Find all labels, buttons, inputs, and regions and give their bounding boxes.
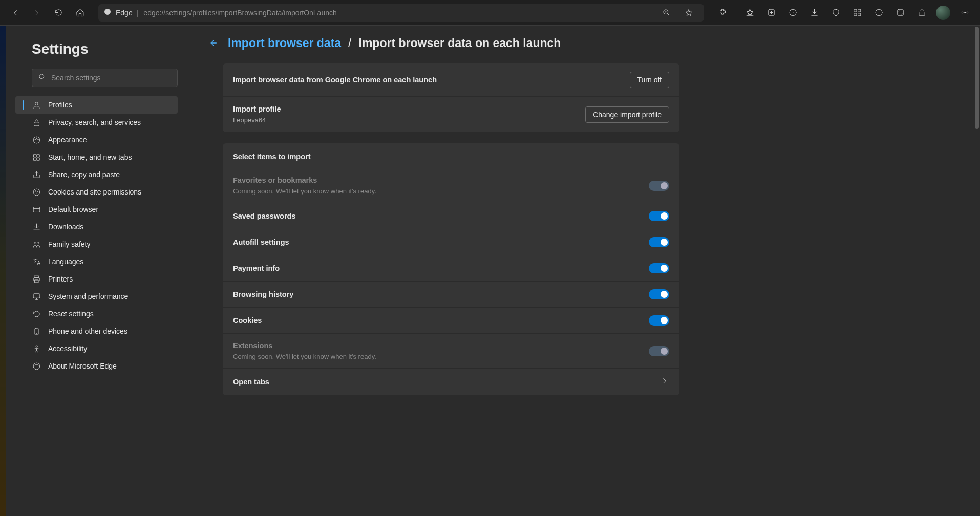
cookie-icon bbox=[32, 187, 41, 197]
breadcrumb: Import browser data / Import browser dat… bbox=[204, 35, 965, 51]
sidebar-item-label: Reset settings bbox=[48, 310, 94, 318]
sidebar-item-phone-and-other-devices[interactable]: Phone and other devices bbox=[15, 322, 178, 340]
menu-dots-icon[interactable] bbox=[954, 4, 975, 22]
performance-icon[interactable] bbox=[868, 4, 889, 22]
import-item-row: Favorites or bookmarksComing soon. We'll… bbox=[223, 168, 679, 203]
palette-icon bbox=[32, 135, 41, 144]
svg-rect-23 bbox=[37, 158, 39, 160]
sidebar-item-cookies-and-site-permissions[interactable]: Cookies and site permissions bbox=[15, 183, 178, 201]
import-item-row: Autofill settings bbox=[223, 229, 679, 255]
toggle-switch[interactable] bbox=[649, 211, 669, 221]
svg-rect-33 bbox=[34, 280, 38, 282]
favorite-star-icon[interactable] bbox=[678, 4, 699, 22]
apps-icon[interactable] bbox=[847, 4, 867, 22]
zoom-icon[interactable] bbox=[656, 4, 676, 22]
profile-avatar[interactable] bbox=[936, 6, 950, 20]
import-item-label: Autofill settings bbox=[233, 238, 289, 246]
settings-search-input[interactable] bbox=[51, 74, 171, 82]
sidebar-item-appearance[interactable]: Appearance bbox=[15, 131, 178, 148]
sidebar-item-profiles[interactable]: Profiles bbox=[15, 96, 178, 114]
import-item-label: Extensions bbox=[233, 341, 376, 350]
svg-point-0 bbox=[104, 9, 111, 15]
toggle-switch-disabled bbox=[649, 346, 669, 356]
sidebar-item-system-and-performance[interactable]: System and performance bbox=[15, 288, 178, 305]
import-item-label: Payment info bbox=[233, 264, 280, 272]
breadcrumb-back-button[interactable] bbox=[204, 35, 221, 51]
reload-button[interactable] bbox=[48, 4, 69, 22]
reset-icon bbox=[32, 309, 41, 318]
svg-rect-5 bbox=[858, 9, 860, 12]
select-items-header: Select items to import bbox=[223, 143, 679, 168]
sidebar-item-about-microsoft-edge[interactable]: About Microsoft Edge bbox=[15, 357, 178, 375]
sidebar-item-label: Printers bbox=[48, 275, 73, 283]
web-capture-icon[interactable] bbox=[890, 4, 910, 22]
sidebar-item-label: Phone and other devices bbox=[48, 327, 127, 335]
chevron-right-icon[interactable] bbox=[660, 376, 669, 388]
sidebar-item-label: Appearance bbox=[48, 136, 87, 144]
toggle-switch[interactable] bbox=[649, 289, 669, 299]
sidebar-item-family-safety[interactable]: Family safety bbox=[15, 235, 178, 253]
favorites-icon[interactable] bbox=[739, 4, 760, 22]
import-item-label: Favorites or bookmarks bbox=[233, 176, 376, 184]
history-icon[interactable] bbox=[782, 4, 803, 22]
scrollbar[interactable] bbox=[975, 27, 979, 129]
settings-search[interactable] bbox=[32, 69, 178, 87]
svg-rect-20 bbox=[33, 154, 36, 157]
breadcrumb-current: Import browser data on each launch bbox=[359, 36, 561, 50]
toggle-switch[interactable] bbox=[649, 315, 669, 326]
sidebar-item-downloads[interactable]: Downloads bbox=[15, 218, 178, 235]
svg-point-10 bbox=[962, 12, 963, 13]
import-item-sub: Coming soon. We'll let you know when it'… bbox=[233, 187, 376, 195]
svg-rect-4 bbox=[854, 9, 857, 12]
svg-point-26 bbox=[37, 191, 37, 192]
svg-point-36 bbox=[36, 346, 37, 347]
browser-toolbar: Edge | edge://settings/profiles/importBr… bbox=[0, 0, 980, 26]
sidebar-item-accessibility[interactable]: Accessibility bbox=[15, 340, 178, 357]
user-icon bbox=[32, 100, 41, 110]
site-label: Edge bbox=[116, 9, 133, 17]
sidebar-item-share-copy-and-paste[interactable]: Share, copy and paste bbox=[15, 166, 178, 183]
svg-point-24 bbox=[33, 189, 40, 196]
system-icon bbox=[32, 292, 41, 301]
phone-icon bbox=[32, 327, 41, 336]
printer-icon bbox=[32, 274, 41, 284]
sidebar-item-reset-settings[interactable]: Reset settings bbox=[15, 305, 178, 322]
home-button[interactable] bbox=[70, 4, 90, 22]
sidebar-item-languages[interactable]: Languages bbox=[15, 253, 178, 270]
sidebar-item-start-home-and-new-tabs[interactable]: Start, home, and new tabs bbox=[15, 148, 178, 166]
share-toolbar-icon[interactable] bbox=[911, 4, 932, 22]
import-item-sub: Coming soon. We'll let you know when it'… bbox=[233, 353, 376, 360]
sidebar-item-label: Family safety bbox=[48, 240, 90, 248]
import-source-title: Import browser data from Google Chrome o… bbox=[233, 76, 437, 84]
url-text: edge://settings/profiles/importBrowsingD… bbox=[143, 9, 336, 17]
import-item-row: Cookies bbox=[223, 308, 679, 334]
settings-content: Import browser data / Import browser dat… bbox=[192, 26, 980, 516]
tracking-shield-icon[interactable] bbox=[825, 4, 846, 22]
nav-back-button[interactable] bbox=[5, 4, 26, 22]
import-item-row: ExtensionsComing soon. We'll let you kno… bbox=[223, 334, 679, 369]
sidebar-item-label: Default browser bbox=[48, 205, 98, 213]
svg-point-12 bbox=[967, 12, 968, 13]
svg-rect-7 bbox=[858, 13, 860, 16]
turn-off-button[interactable]: Turn off bbox=[630, 72, 669, 88]
collections-icon[interactable] bbox=[761, 4, 781, 22]
breadcrumb-parent-link[interactable]: Import browser data bbox=[228, 36, 341, 50]
settings-sidebar: Settings ProfilesPrivacy, search, and se… bbox=[6, 26, 192, 516]
sidebar-item-label: Accessibility bbox=[48, 345, 87, 353]
sidebar-item-default-browser[interactable]: Default browser bbox=[15, 201, 178, 218]
sidebar-item-printers[interactable]: Printers bbox=[15, 270, 178, 288]
sidebar-item-privacy-search-and-services[interactable]: Privacy, search, and services bbox=[15, 114, 178, 131]
toggle-switch[interactable] bbox=[649, 237, 669, 247]
select-items-card: Select items to import Favorites or book… bbox=[223, 143, 679, 395]
svg-rect-15 bbox=[34, 122, 39, 125]
svg-point-14 bbox=[35, 102, 38, 105]
toggle-switch[interactable] bbox=[649, 263, 669, 273]
address-bar[interactable]: Edge | edge://settings/profiles/importBr… bbox=[98, 4, 704, 22]
downloads-toolbar-icon[interactable] bbox=[804, 4, 824, 22]
import-item-row: Browsing history bbox=[223, 282, 679, 308]
family-icon bbox=[32, 240, 41, 249]
sidebar-item-label: Downloads bbox=[48, 223, 83, 231]
change-profile-button[interactable]: Change import profile bbox=[585, 106, 669, 123]
svg-rect-28 bbox=[33, 207, 40, 212]
extensions-icon[interactable] bbox=[712, 4, 733, 22]
